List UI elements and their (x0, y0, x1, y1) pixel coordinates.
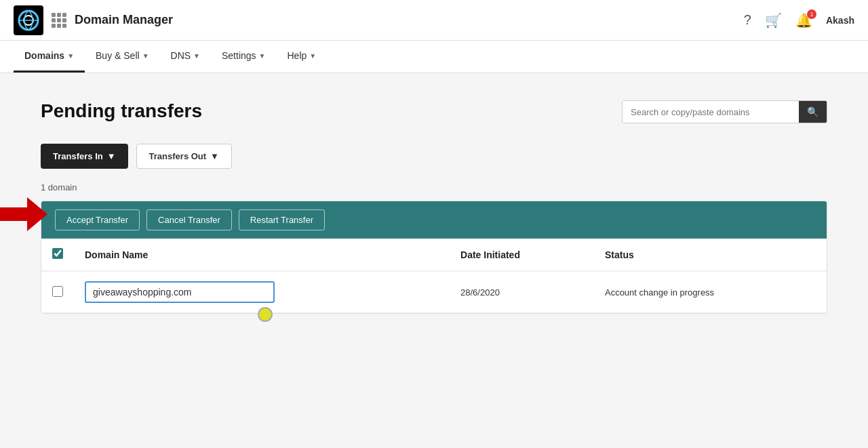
row-checkbox-cell (41, 271, 74, 313)
page-title: Pending transfers (41, 100, 202, 122)
transfers-table: Accept Transfer Cancel Transfer Restart … (41, 201, 827, 314)
svg-marker-3 (0, 197, 47, 231)
date-initiated-header: Date Initiated (450, 239, 594, 271)
apps-icon[interactable] (52, 13, 66, 28)
domain-name-header: Domain Name (74, 239, 450, 271)
status-cell: Account change in progress (594, 271, 827, 313)
chevron-down-icon: ▼ (259, 52, 266, 60)
header: Domain Manager ? 🛒 🔔 1 Akash (0, 0, 868, 41)
nav-item-dns[interactable]: DNS ▼ (160, 41, 211, 73)
notification-icon[interactable]: 🔔 1 (795, 12, 812, 28)
select-all-header (41, 239, 74, 271)
chevron-down-icon: ▼ (142, 52, 149, 60)
row-checkbox[interactable] (52, 286, 63, 297)
nav-item-settings[interactable]: Settings ▼ (211, 41, 277, 73)
help-icon[interactable]: ? (744, 12, 751, 28)
domain-name-input[interactable] (85, 281, 275, 303)
nav-item-domains[interactable]: Domains ▼ (14, 41, 85, 73)
restart-transfer-button[interactable]: Restart Transfer (239, 209, 325, 230)
page-header: Pending transfers 🔍 (41, 100, 827, 123)
search-box: 🔍 (622, 100, 827, 123)
status-header: Status (594, 239, 827, 271)
transfers-out-button[interactable]: Transfers Out ▼ (136, 144, 232, 169)
cancel-transfer-button[interactable]: Cancel Transfer (146, 209, 232, 230)
table-row: 28/6/2020 Account change in progress (41, 271, 827, 313)
domain-count: 1 domain (41, 182, 827, 192)
select-all-checkbox[interactable] (52, 248, 63, 259)
cursor-indicator (258, 307, 273, 322)
domains-table: Domain Name Date Initiated Status 28/6/2… (41, 239, 827, 313)
nav-item-help[interactable]: Help ▼ (277, 41, 328, 73)
domain-name-cell (74, 271, 450, 313)
arrow-decoration (0, 194, 47, 235)
transfers-in-button[interactable]: Transfers In ▼ (41, 144, 128, 169)
header-right: ? 🛒 🔔 1 Akash (744, 12, 854, 28)
chevron-down-icon: ▼ (67, 52, 74, 60)
cart-icon[interactable]: 🛒 (765, 12, 782, 28)
accept-transfer-button[interactable]: Accept Transfer (55, 209, 140, 230)
logo (14, 5, 43, 35)
date-initiated-cell: 28/6/2020 (450, 271, 594, 313)
nav-item-buy-sell[interactable]: Buy & Sell ▼ (85, 41, 160, 73)
chevron-down-icon: ▼ (193, 52, 200, 60)
chevron-down-icon: ▼ (107, 151, 116, 161)
cursor-area (41, 314, 827, 334)
search-button[interactable]: 🔍 (799, 101, 827, 123)
table-actions-bar: Accept Transfer Cancel Transfer Restart … (41, 201, 827, 239)
chevron-down-icon: ▼ (210, 151, 219, 161)
main-content: Pending transfers 🔍 Transfers In ▼ Trans… (0, 73, 868, 361)
search-input[interactable] (623, 101, 799, 123)
notification-badge: 1 (807, 9, 816, 19)
table-header-row: Domain Name Date Initiated Status (41, 239, 827, 271)
user-name: Akash (826, 15, 854, 26)
transfer-filter-buttons: Transfers In ▼ Transfers Out ▼ (41, 144, 827, 169)
chevron-down-icon: ▼ (309, 52, 316, 60)
header-left: Domain Manager (14, 5, 173, 35)
main-nav: Domains ▼ Buy & Sell ▼ DNS ▼ Settings ▼ … (0, 41, 868, 73)
app-title: Domain Manager (75, 13, 173, 27)
